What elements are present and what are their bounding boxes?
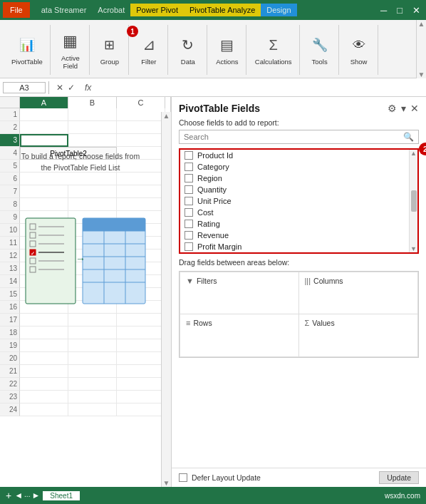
chevron-down-icon[interactable]: ▾ — [401, 103, 406, 114]
field-checkbox-rating[interactable] — [185, 220, 193, 228]
cell-a3[interactable] — [20, 134, 68, 147]
fields-scrollbar[interactable]: ▲ ▼ — [409, 150, 417, 252]
list-item[interactable]: Rating — [180, 218, 417, 230]
cell-c15[interactable] — [117, 288, 165, 301]
cell-a6[interactable] — [20, 173, 117, 185]
cell-reference[interactable] — [3, 82, 46, 93]
list-item[interactable]: Cost — [180, 207, 417, 218]
field-checkbox-profitmargin[interactable] — [185, 242, 193, 251]
cell-b1[interactable] — [68, 108, 117, 121]
ribbon-btn-calculations[interactable]: Σ Calculations — [252, 32, 295, 67]
cell-c7[interactable] — [117, 185, 165, 198]
cell-b16[interactable] — [68, 301, 117, 314]
cell-c8[interactable] — [117, 198, 165, 211]
fields-scroll-down-icon[interactable]: ▼ — [410, 245, 417, 252]
cell-c4[interactable] — [117, 147, 165, 160]
scroll-up-icon[interactable]: ▲ — [163, 112, 170, 120]
cell-c10[interactable] — [117, 224, 165, 237]
cell-c23[interactable] — [117, 391, 165, 403]
list-item[interactable]: Product Id — [180, 150, 417, 161]
cell-c24[interactable] — [117, 403, 165, 416]
cell-c12[interactable] — [117, 250, 165, 262]
cell-a23[interactable] — [20, 391, 68, 403]
cell-b9[interactable] — [68, 211, 117, 224]
add-sheet-icon[interactable]: + — [6, 490, 11, 501]
cell-a22[interactable] — [20, 378, 68, 391]
cell-b22[interactable] — [68, 378, 117, 391]
defer-checkbox[interactable] — [179, 473, 187, 482]
cell-c16[interactable] — [117, 301, 165, 314]
cell-b15[interactable] — [68, 288, 117, 301]
cell-a11[interactable] — [20, 237, 68, 250]
cell-b19[interactable] — [68, 339, 117, 352]
cell-a7[interactable] — [20, 185, 68, 198]
cell-a2[interactable] — [20, 121, 68, 134]
ribbon-btn-data[interactable]: ↻ Data — [174, 32, 202, 67]
col-header-c[interactable]: C — [117, 97, 165, 108]
cell-b24[interactable] — [68, 403, 117, 416]
tab-streamer[interactable]: ata Streamer — [36, 4, 93, 16]
cell-a24[interactable] — [20, 403, 68, 416]
tab-design[interactable]: Design — [261, 4, 296, 16]
cell-c14[interactable] — [117, 275, 165, 288]
cell-a21[interactable] — [20, 365, 68, 378]
field-checkbox-quantity[interactable] — [185, 185, 193, 194]
cell-c11[interactable] — [117, 237, 165, 250]
ribbon-btn-group[interactable]: ⊞ Group — [95, 32, 124, 67]
cell-a5[interactable] — [20, 160, 117, 173]
cell-c19[interactable] — [117, 339, 165, 352]
field-checkbox-cost[interactable] — [185, 208, 193, 217]
cancel-formula-icon[interactable]: ✕ — [56, 83, 63, 93]
ribbon-scroll[interactable]: ▲ ▼ — [416, 20, 426, 78]
cell-b23[interactable] — [68, 391, 117, 403]
ribbon-scroll-up[interactable]: ▲ — [418, 20, 425, 28]
cell-b14[interactable] — [68, 275, 117, 288]
col-header-a[interactable]: A — [20, 97, 68, 108]
cell-c5[interactable] — [117, 160, 165, 173]
cell-b12[interactable] — [68, 250, 117, 262]
area-filters[interactable]: ▼ Filters — [180, 272, 299, 314]
cell-a14[interactable] — [20, 275, 68, 288]
close-panel-icon[interactable]: ✕ — [410, 103, 419, 114]
cell-b10[interactable] — [68, 224, 117, 237]
minimize-icon[interactable]: ─ — [378, 5, 390, 16]
cell-a10[interactable] — [20, 224, 68, 237]
list-item[interactable]: Revenue — [180, 230, 417, 241]
cell-a17[interactable] — [20, 314, 68, 326]
cell-c6[interactable] — [117, 173, 165, 185]
cell-b20[interactable] — [68, 352, 117, 365]
cell-a13[interactable] — [20, 262, 68, 275]
cell-c21[interactable] — [117, 365, 165, 378]
cell-b11[interactable] — [68, 237, 117, 250]
search-input[interactable] — [184, 133, 403, 141]
list-item[interactable]: Region — [180, 173, 417, 184]
ribbon-btn-activefield[interactable]: ▦ ActiveField — [56, 29, 85, 72]
field-checkbox-unitprice[interactable] — [185, 197, 193, 205]
cell-b8[interactable] — [68, 198, 117, 211]
field-checkbox-productid[interactable] — [185, 151, 193, 160]
formula-input[interactable] — [97, 83, 423, 92]
field-checkbox-region[interactable] — [185, 174, 193, 182]
cell-a12[interactable] — [20, 250, 68, 262]
update-button[interactable]: Update — [379, 471, 419, 484]
cell-a1[interactable] — [20, 108, 68, 121]
cell-a20[interactable] — [20, 352, 68, 365]
cell-c13[interactable] — [117, 262, 165, 275]
area-values[interactable]: Σ Values — [299, 314, 419, 357]
cell-a18[interactable] — [20, 326, 68, 339]
ribbon-scroll-down[interactable]: ▼ — [418, 71, 425, 78]
cell-c2[interactable] — [117, 121, 165, 134]
area-rows[interactable]: ≡ Rows — [180, 314, 299, 357]
list-item[interactable]: Profit Margin — [180, 241, 417, 252]
cell-a9[interactable] — [20, 211, 68, 224]
settings-icon[interactable]: ⚙ — [388, 103, 397, 114]
confirm-formula-icon[interactable]: ✓ — [68, 83, 75, 93]
ribbon-btn-filter[interactable]: ⊿ Filter — [135, 32, 163, 67]
cell-c18[interactable] — [117, 326, 165, 339]
cell-c20[interactable] — [117, 352, 165, 365]
tab-acrobat[interactable]: Acrobat — [92, 4, 130, 16]
cell-b13[interactable] — [68, 262, 117, 275]
tab-power-pivot[interactable]: Power Pivot — [130, 4, 184, 16]
pivot-label-cell[interactable]: PivotTable2 — [20, 147, 117, 160]
ribbon-btn-show[interactable]: 👁 Show — [345, 32, 373, 67]
